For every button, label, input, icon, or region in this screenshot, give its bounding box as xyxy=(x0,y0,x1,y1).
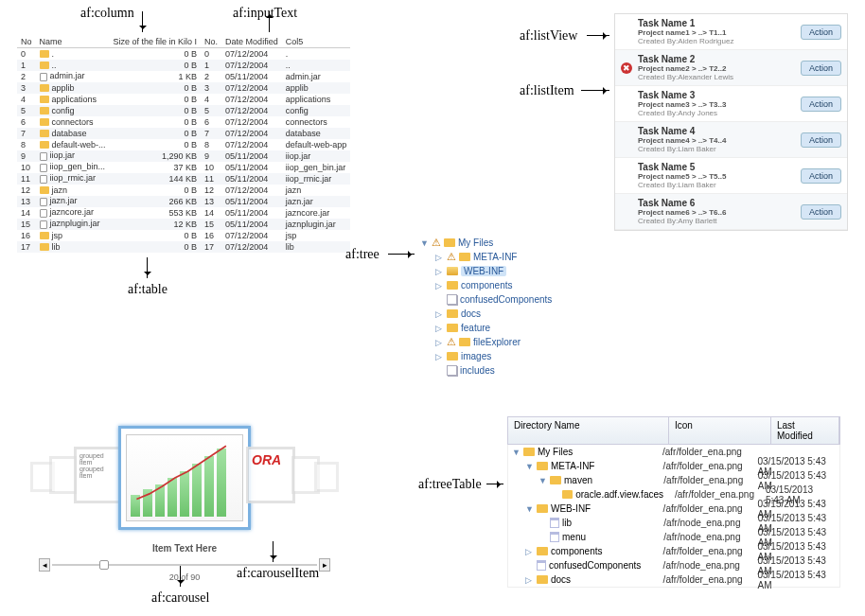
table-row[interactable]: 7database0 B707/12/2004database xyxy=(17,128,350,139)
col-size[interactable]: Size of the file in Kilo I xyxy=(110,36,202,48)
expander-icon[interactable]: ▼ xyxy=(512,448,521,456)
expander-icon[interactable] xyxy=(552,490,559,499)
tt-col-modified[interactable]: Last Modified xyxy=(771,417,839,444)
tt-col-icon[interactable]: Icon xyxy=(669,417,771,444)
carousel-prev[interactable]: ◂ xyxy=(39,558,50,572)
carousel-thumb[interactable] xyxy=(314,462,339,492)
table-row[interactable]: 15jaznplugin.jar12 KB1505/11/2004jaznplu… xyxy=(17,219,350,230)
folder-icon xyxy=(40,96,49,103)
folder-icon xyxy=(40,107,49,114)
folder-icon xyxy=(40,186,49,194)
tree-node[interactable]: ▷WEB-INF xyxy=(420,264,552,278)
folder-icon xyxy=(40,141,49,149)
col-name[interactable]: Name xyxy=(36,36,110,48)
action-button[interactable]: Action xyxy=(801,97,841,112)
list-item[interactable]: ✖Task Name 2Project name2 > ..> T2..2Cre… xyxy=(615,50,847,86)
expander-icon[interactable]: ▼ xyxy=(420,238,429,247)
action-button[interactable]: Action xyxy=(801,25,841,40)
treetable-row[interactable]: ▷docs/afr/folder_ena.png03/15/2013 5:43 … xyxy=(508,572,839,587)
action-button[interactable]: Action xyxy=(801,132,841,148)
tree-label: fileExplorer xyxy=(473,337,521,347)
tree-node[interactable]: ▷⚠META-INF xyxy=(420,250,552,264)
carousel-next[interactable]: ▸ xyxy=(319,558,330,572)
expander-icon[interactable]: ▼ xyxy=(538,476,547,484)
tree-node[interactable]: ▷images xyxy=(420,349,552,363)
action-button[interactable]: Action xyxy=(801,168,841,184)
expander-icon[interactable]: ▷ xyxy=(435,338,444,346)
expander-icon[interactable]: ▼ xyxy=(525,504,534,513)
list-item[interactable]: Task Name 6Project name6 > ..> T6..6Crea… xyxy=(615,194,847,230)
col-date[interactable]: Date Modified xyxy=(221,36,282,48)
table-row[interactable]: 9iiop.jar1,290 KB905/11/2004iiop.jar xyxy=(17,150,350,162)
task-title: Task Name 3 xyxy=(638,90,795,100)
expander-icon[interactable]: ▷ xyxy=(435,324,444,332)
expander-icon[interactable] xyxy=(525,561,534,570)
expander-icon[interactable]: ▷ xyxy=(435,267,444,275)
task-path: Project name5 > ..> T5..5 xyxy=(638,172,795,181)
col-col5[interactable]: Col5 xyxy=(282,36,351,48)
tree-node[interactable]: ▷components xyxy=(420,278,552,292)
list-item[interactable]: Task Name 4Project name4 > ..> T4..4Crea… xyxy=(615,122,847,158)
table-row[interactable]: 11iiop_rmic.jar144 KB1105/11/2004iiop_rm… xyxy=(17,173,350,185)
task-creator: Created By:Liam Baker xyxy=(638,181,795,189)
expander-icon[interactable]: ▷ xyxy=(435,253,444,261)
task-path: Project name6 > ..> T6..6 xyxy=(638,208,795,217)
table-row[interactable]: 13jazn.jar266 KB1305/11/2004jazn.jar xyxy=(17,196,350,207)
expander-icon[interactable] xyxy=(538,533,547,541)
tree-node[interactable]: ▼⚠My Files xyxy=(420,236,552,250)
table-row[interactable]: 17lib0 B1707/12/2004lib xyxy=(17,241,350,253)
action-button[interactable]: Action xyxy=(801,61,841,76)
list-item[interactable]: Task Name 1Project name1 > ..> T1..1Crea… xyxy=(615,14,847,50)
expander-icon[interactable] xyxy=(435,295,444,304)
table-row[interactable]: 5config0 B507/12/2004config xyxy=(17,105,350,116)
list-item[interactable]: Task Name 5Project name5 > ..> T5..5Crea… xyxy=(615,158,847,194)
arrow-carousel xyxy=(180,566,181,587)
expander-icon[interactable]: ▷ xyxy=(525,575,534,584)
task-title: Task Name 4 xyxy=(638,126,795,136)
components-icon xyxy=(447,294,457,305)
tree-label: images xyxy=(461,351,491,361)
folder-icon xyxy=(459,338,470,346)
table-row[interactable]: 14jazncore.jar553 KB1405/11/2004jazncore… xyxy=(17,207,350,219)
task-path: Project name1 > ..> T1..1 xyxy=(638,28,795,37)
tree-label: My Files xyxy=(458,238,493,248)
table-row[interactable]: 12jazn0 B1207/12/2004jazn xyxy=(17,185,350,196)
tree-label: components xyxy=(461,280,512,290)
carousel-current[interactable] xyxy=(118,426,251,530)
table-row[interactable]: 0.0 B007/12/2004. xyxy=(17,48,350,60)
col-no2[interactable]: No. xyxy=(201,36,221,48)
carousel-thumb[interactable]: grouped itemgrouped item xyxy=(74,447,123,503)
tree-node[interactable]: confusedComponents xyxy=(420,292,552,307)
table-row[interactable]: 10iiop_gen_bin...37 KB1005/11/2004iiop_g… xyxy=(17,162,350,173)
folder-icon xyxy=(537,575,548,584)
tree-label: docs xyxy=(461,308,481,319)
tree-node[interactable]: ▷feature xyxy=(420,321,552,335)
table-row[interactable]: 4applications0 B407/12/2004applications xyxy=(17,94,350,105)
action-button[interactable]: Action xyxy=(801,204,841,220)
table-row[interactable]: 1..0 B107/12/2004.. xyxy=(17,60,350,71)
expander-icon[interactable]: ▼ xyxy=(525,462,534,470)
expander-icon[interactable] xyxy=(435,366,444,375)
tt-col-name[interactable]: Directory Name xyxy=(508,417,669,444)
treetable-name: oracle.adf.view.faces xyxy=(575,489,663,500)
expander-icon[interactable]: ▷ xyxy=(435,352,444,361)
expander-icon[interactable]: ▷ xyxy=(435,281,444,290)
tree-node[interactable]: ▷docs xyxy=(420,307,552,321)
carousel-thumb[interactable]: ORA xyxy=(246,447,295,503)
folder-icon xyxy=(40,232,49,239)
expander-icon[interactable]: ▷ xyxy=(435,309,444,318)
table-row[interactable]: 6connectors0 B607/12/2004connectors xyxy=(17,116,350,128)
expander-icon[interactable] xyxy=(538,519,547,527)
task-title: Task Name 6 xyxy=(638,198,795,208)
table-row[interactable]: 2admin.jar1 KB205/11/2004admin.jar xyxy=(17,71,350,82)
arrow-listview xyxy=(587,35,609,36)
folder-icon xyxy=(537,547,548,555)
list-item[interactable]: Task Name 3Project name3 > ..> T3..3Crea… xyxy=(615,86,847,122)
expander-icon[interactable]: ▷ xyxy=(525,547,534,555)
table-row[interactable]: 3applib0 B307/12/2004applib xyxy=(17,82,350,94)
tree-node[interactable]: ▷⚠fileExplorer xyxy=(420,335,552,349)
col-no[interactable]: No xyxy=(17,36,36,48)
table-row[interactable]: 16jsp0 B1607/12/2004jsp xyxy=(17,230,350,241)
table-row[interactable]: 8default-web-...0 B807/12/2004default-we… xyxy=(17,139,350,150)
tree-node[interactable]: includes xyxy=(420,363,552,378)
